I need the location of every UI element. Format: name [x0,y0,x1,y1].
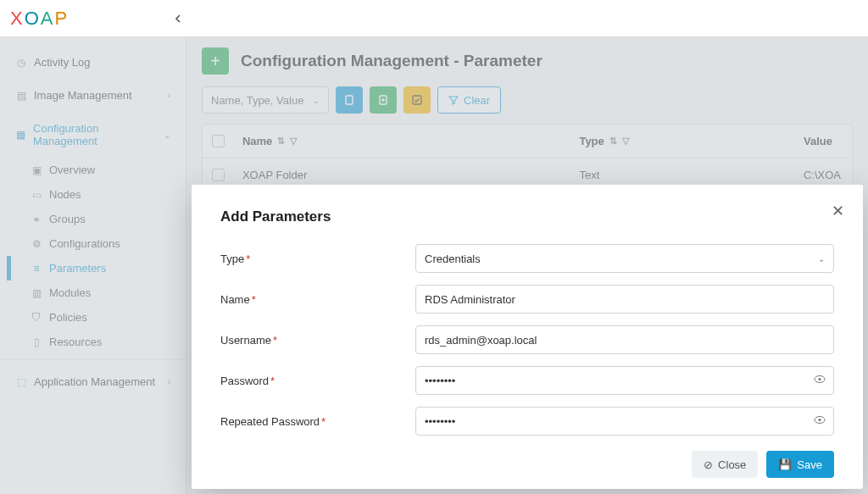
sidebar-item-label: Resources [49,336,102,348]
modules-icon: ▥ [31,287,42,299]
users-icon: ⚭ [31,214,42,225]
modal-title: Add Parameters [220,208,834,225]
svg-rect-0 [346,96,353,104]
sliders-icon: ≡ [31,263,42,275]
sidebar-item-overview[interactable]: ▣ Overview [7,158,186,182]
toolbar: Name, Type, Value ⌄ Clear [202,86,853,114]
clear-label: Clear [464,94,490,107]
svg-point-4 [818,378,821,380]
form-row-repeated-password: Repeated Password* [220,407,834,436]
eye-icon [814,414,826,426]
username-input[interactable] [415,325,834,354]
label-name: Name* [220,293,415,306]
type-select[interactable]: Credentials ⌄ [415,244,834,273]
sidebar-label: Activity Log [34,56,90,69]
document-plus-icon [377,94,389,106]
label-repeated-password: Repeated Password* [220,415,415,428]
chevron-right-icon: › [168,91,170,100]
sidebar-submenu-config: ▣ Overview ▭ Nodes ⚭ Groups ⚙ Configurat… [0,158,186,354]
page-title: Configuration Management - Parameter [241,52,542,70]
chevron-down-icon: ⌄ [313,96,320,105]
sidebar-item-modules[interactable]: ▥ Modules [7,280,186,305]
divider [0,359,186,360]
type-select-value: Credentials [425,253,481,265]
chevron-down-icon: ⌄ [818,254,825,264]
sidebar-collapse-button[interactable] [168,8,188,29]
svg-point-6 [818,419,821,421]
svg-rect-2 [413,96,421,104]
sidebar-item-image-management[interactable]: ▤ Image Management › [0,79,186,112]
file-icon: ▯ [31,336,42,348]
close-button[interactable]: ⊘ Close [692,451,758,478]
brand-letter: P [55,8,70,30]
brand-letter: X [10,8,25,30]
sidebar-label: Application Management [34,375,155,388]
eye-icon [814,374,826,386]
sidebar-item-parameters[interactable]: ≡ Parameters [7,256,186,280]
sidebar-item-groups[interactable]: ⚭ Groups [7,207,186,231]
column-header-type[interactable]: Type ⇅ ▽ [570,125,795,158]
label-password: Password* [220,375,415,387]
cancel-icon: ⊘ [704,458,713,471]
sidebar-item-label: Nodes [49,188,81,201]
clock-icon: ◷ [15,57,27,69]
plus-icon: + [210,52,220,71]
dashboard-icon: ▣ [31,164,42,176]
sidebar-item-nodes[interactable]: ▭ Nodes [7,182,186,207]
modal-close-button[interactable]: ✕ [832,202,844,220]
sidebar-label: Configuration Management [33,122,157,147]
sidebar-item-label: Overview [49,164,95,176]
brand-letter: A [41,8,55,30]
password-input[interactable] [415,366,834,395]
bars-icon: ⬚ [15,376,27,388]
toggle-repeated-password-visibility[interactable] [814,414,826,429]
toggle-password-visibility[interactable] [814,374,826,388]
form-row-username: Username* [220,325,834,354]
columns-picker[interactable]: Name, Type, Value ⌄ [202,86,329,114]
select-all-header[interactable] [203,125,234,158]
label-type: Type* [220,253,415,265]
column-header-value[interactable]: Value [795,125,852,158]
clear-filters-button[interactable]: Clear [437,86,501,114]
columns-picker-text: Name, Type, Value [211,94,303,107]
form-row-name: Name* [220,285,834,314]
export-button[interactable] [336,86,363,114]
sidebar-label: Image Management [34,89,132,102]
repeated-password-input[interactable] [415,407,834,436]
sidebar-item-application-management[interactable]: ⬚ Application Management › [0,365,186,398]
chevron-left-icon [174,14,182,23]
shield-icon: ⛉ [31,312,42,324]
modal-footer: ⊘ Close 💾 Save [220,436,834,478]
close-icon: ✕ [832,203,844,219]
sidebar-item-label: Modules [49,286,91,299]
sort-icon: ⇅ [609,136,617,147]
save-button[interactable]: 💾 Save [766,451,834,478]
sidebar-item-label: Groups [49,213,86,225]
sidebar-item-activity-log[interactable]: ◷ Activity Log [0,46,186,79]
add-parameter-button[interactable]: + [202,47,229,75]
monitor-icon: ▭ [31,189,42,201]
document-icon [343,94,355,106]
gear-icon: ⚙ [31,238,42,250]
parameters-table: Name ⇅ ▽ Type ⇅ ▽ Value XOAP Folder Text… [202,124,853,192]
image-icon: ▤ [15,90,27,102]
column-header-name[interactable]: Name ⇅ ▽ [234,125,570,158]
import-button[interactable] [370,86,397,114]
name-input[interactable] [415,285,834,314]
add-parameters-modal: ✕ Add Parameters Type* Credentials ⌄ Nam… [192,185,863,489]
page-header: + Configuration Management - Parameter [202,47,853,75]
sidebar: ◷ Activity Log ▤ Image Management › ▦ Co… [0,37,186,494]
sidebar-item-resources[interactable]: ▯ Resources [7,330,186,354]
sidebar-item-policies[interactable]: ⛉ Policies [7,305,186,330]
label-username: Username* [220,334,415,347]
form-row-password: Password* [220,366,834,395]
sidebar-item-label: Parameters [49,262,106,275]
check-square-icon [411,94,423,106]
close-button-label: Close [718,458,746,471]
form-row-type: Type* Credentials ⌄ [220,244,834,273]
sidebar-item-configurations[interactable]: ⚙ Configurations [7,231,186,256]
validate-button[interactable] [403,86,431,114]
sidebar-item-configuration-management[interactable]: ▦ Configuration Management ⌄ [0,112,186,158]
save-icon: 💾 [778,458,792,471]
brand-logo: X O A P [10,8,69,30]
